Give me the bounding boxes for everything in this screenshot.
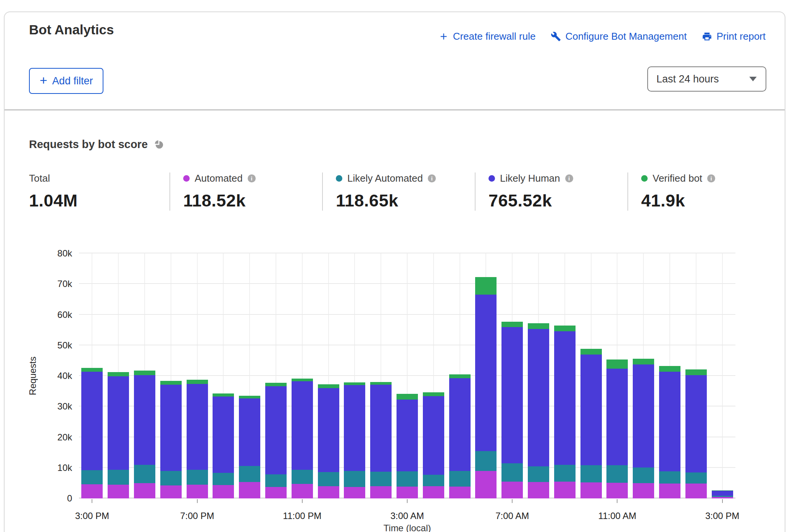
stat-label-row: Verified boti xyxy=(641,172,780,184)
stat-label: Total xyxy=(29,172,50,184)
y-tick-label: 10k xyxy=(49,463,72,473)
link-label: Create firewall rule xyxy=(453,31,536,42)
bar-segment-automated xyxy=(449,487,471,498)
bar-segment-likely-human xyxy=(318,388,339,472)
bar-segment-automated xyxy=(685,484,707,498)
create-firewall-rule-link[interactable]: Create firewall rule xyxy=(439,31,536,42)
bar-segment-likely-human xyxy=(292,381,313,469)
bar-segment-verified-bot xyxy=(134,371,155,375)
info-icon[interactable]: i xyxy=(565,174,573,182)
legend-dot-automated xyxy=(183,175,190,182)
x-tick-label: 11:00 PM xyxy=(260,511,344,521)
stat-likely-automated: Likely Automatedi118.65k xyxy=(322,172,475,211)
bar-segment-likely-automated xyxy=(134,465,155,483)
y-tick-label: 40k xyxy=(49,371,72,381)
link-label: Configure Bot Management xyxy=(565,31,687,42)
bar-segment-verified-bot xyxy=(659,366,680,371)
x-tick-mark xyxy=(92,499,92,503)
stat-label: Automated xyxy=(195,172,243,184)
bar-segment-likely-automated xyxy=(265,474,287,487)
bar-segment-verified-bot xyxy=(108,372,129,376)
bar-segment-verified-bot xyxy=(160,381,182,385)
bar-segment-likely-human xyxy=(606,369,628,465)
bar-segment-automated xyxy=(580,482,602,498)
bar-segment-likely-automated xyxy=(397,471,418,487)
bar-segment-likely-human xyxy=(659,372,680,471)
stat-label: Likely Human xyxy=(500,172,560,184)
y-tick-label: 50k xyxy=(49,340,72,351)
info-icon[interactable]: i xyxy=(428,174,436,182)
stat-label-row: Likely Automatedi xyxy=(336,172,475,184)
bar-segment-likely-automated xyxy=(213,473,234,485)
bar-segment-likely-human xyxy=(554,331,576,465)
bar-segment-verified-bot xyxy=(528,323,549,329)
bar-segment-likely-automated xyxy=(528,466,549,482)
header-actions: Create firewall rule Configure Bot Manag… xyxy=(439,31,766,42)
x-tick-mark xyxy=(407,499,408,503)
bar-segment-verified-bot xyxy=(685,369,707,375)
bar-segment-likely-human xyxy=(81,372,103,470)
add-filter-label: Add filter xyxy=(52,75,93,87)
stat-label-row: Likely Humani xyxy=(489,172,627,184)
bar-segment-verified-bot xyxy=(213,393,234,397)
stat-label-row: Total xyxy=(29,172,169,184)
bar-segment-automated xyxy=(318,486,339,498)
bar-segment-likely-automated xyxy=(449,471,471,487)
y-tick-label: 60k xyxy=(49,310,72,320)
bar-segment-automated xyxy=(633,483,654,498)
y-tick-label: 80k xyxy=(49,248,72,259)
bar-segment-automated xyxy=(475,471,497,498)
bar-segment-verified-bot xyxy=(606,360,628,368)
stat-value: 765.52k xyxy=(489,191,627,211)
bar-segment-likely-automated xyxy=(292,470,313,484)
bar-segment-verified-bot xyxy=(344,382,365,385)
bar-segment-verified-bot xyxy=(397,394,418,399)
stat-verified-bot: Verified boti41.9k xyxy=(627,172,780,211)
stat-total: Total1.04M xyxy=(29,172,169,211)
bar-segment-likely-human xyxy=(712,491,733,496)
info-icon[interactable]: i xyxy=(707,174,715,182)
plot-area[interactable]: 010k20k30k40k50k60k70k80k3:00 PM7:00 PM1… xyxy=(79,253,735,498)
bar-segment-likely-human xyxy=(108,376,129,470)
stat-value: 118.65k xyxy=(336,191,475,211)
bar-segment-automated xyxy=(659,484,680,498)
bar-segment-likely-human xyxy=(187,384,208,470)
print-report-link[interactable]: Print report xyxy=(702,31,766,42)
chevron-down-icon xyxy=(749,76,757,82)
x-tick-label: 3:00 PM xyxy=(680,511,764,521)
x-tick-mark xyxy=(512,499,513,503)
y-tick-label: 70k xyxy=(49,279,72,289)
bar-segment-verified-bot xyxy=(580,349,602,354)
configure-bot-management-link[interactable]: Configure Bot Management xyxy=(551,31,687,42)
legend-dot-likely-human xyxy=(489,175,495,182)
bar-segment-automated xyxy=(160,485,182,499)
bar-segment-verified-bot xyxy=(265,383,287,386)
bar-segment-verified-bot xyxy=(449,374,471,378)
bar-segment-automated xyxy=(554,482,576,498)
bar-segment-automated xyxy=(187,485,208,498)
y-tick-label: 20k xyxy=(49,432,72,443)
stat-label: Likely Automated xyxy=(347,172,423,184)
bar-segment-automated xyxy=(501,482,523,498)
section-title: Requests by bot score xyxy=(29,138,164,151)
bar-segment-verified-bot xyxy=(501,322,523,327)
bar-segment-likely-human xyxy=(344,385,365,471)
bar-segment-likely-automated xyxy=(606,465,628,483)
page-title: Bot Analytics xyxy=(29,22,114,37)
bar-segment-likely-automated xyxy=(580,465,602,482)
bar-segment-likely-human xyxy=(265,386,287,474)
info-icon[interactable]: i xyxy=(248,174,256,182)
bar-segment-likely-human xyxy=(160,385,182,471)
bar-segment-automated xyxy=(397,487,418,498)
pie-chart-icon xyxy=(154,139,164,150)
bar-segment-likely-automated xyxy=(554,465,576,482)
bar-segment-likely-automated xyxy=(318,472,339,486)
add-filter-button[interactable]: + Add filter xyxy=(29,68,103,94)
bar-segment-automated xyxy=(265,487,287,498)
legend-dot-verified-bot xyxy=(641,175,648,182)
bar-segment-likely-automated xyxy=(344,471,365,487)
bar-segment-likely-human xyxy=(213,397,234,473)
bar-segment-likely-human xyxy=(239,398,260,466)
bar-segment-verified-bot xyxy=(187,380,208,384)
time-range-select[interactable]: Last 24 hours xyxy=(647,66,766,92)
